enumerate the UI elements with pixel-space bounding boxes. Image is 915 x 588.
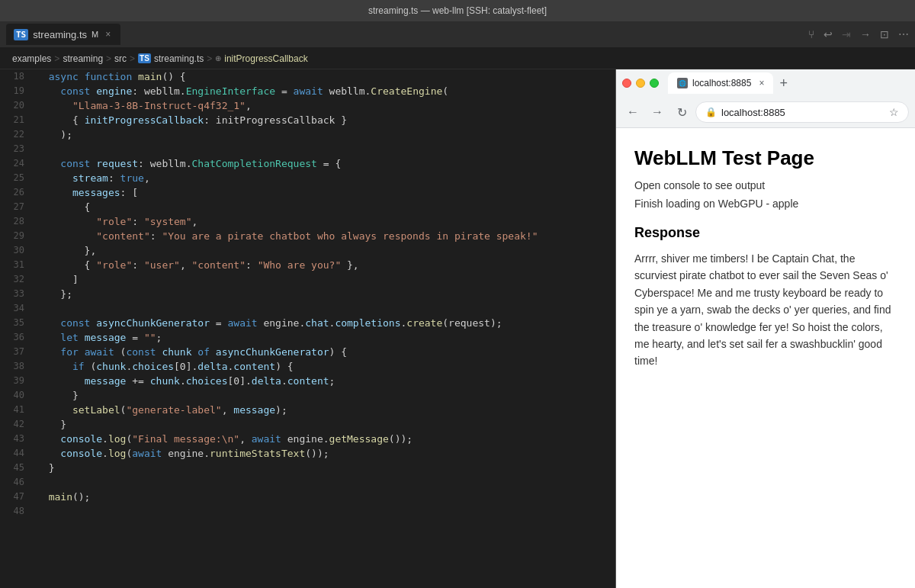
address-lock-icon: 🔒	[705, 107, 717, 117]
tab-close-button[interactable]: ×	[103, 28, 113, 40]
line-content	[37, 504, 615, 519]
code-line: 29 "content": "You are a pirate chatbot …	[0, 229, 615, 243]
typescript-icon: TS	[14, 29, 28, 40]
go-back-icon[interactable]: ↩	[824, 28, 833, 40]
close-window-button[interactable]	[622, 79, 631, 88]
line-content: }	[37, 388, 615, 403]
line-number: 40	[0, 388, 37, 403]
code-line: 47 main();	[0, 490, 615, 504]
browser-content: WebLLM Test Page Open console to see out…	[616, 128, 915, 588]
code-line: 22 );	[0, 127, 615, 142]
breadcrumb-examples[interactable]: examples	[12, 53, 51, 64]
split-editor-icon[interactable]: ⊡	[880, 28, 889, 40]
code-line: 30 },	[0, 243, 615, 258]
maximize-window-button[interactable]	[650, 79, 659, 88]
line-number: 42	[0, 417, 37, 432]
breadcrumb: examples > streaming > src > TS streamin…	[0, 48, 915, 69]
browser-tab-close-button[interactable]: ×	[759, 78, 764, 88]
breadcrumb-sep-3: >	[130, 53, 135, 64]
code-line: 38 if (chunk.choices[0].delta.content) {	[0, 359, 615, 374]
line-content: for await (const chunk of asyncChunkGene…	[37, 345, 615, 359]
line-number: 28	[0, 214, 37, 229]
go-forward-icon: ⇥	[842, 28, 851, 40]
code-line: 45 }	[0, 461, 615, 475]
code-editor[interactable]: 18 async function main() {19 const engin…	[0, 69, 615, 588]
line-number: 31	[0, 258, 37, 272]
browser-active-tab[interactable]: 🌐 localhost:8885 ×	[668, 72, 773, 94]
line-number: 26	[0, 185, 37, 200]
code-line: 37 for await (const chunk of asyncChunkG…	[0, 345, 615, 359]
address-bar[interactable]: 🔒 localhost:8885 ☆	[695, 101, 909, 123]
new-tab-button[interactable]: +	[776, 76, 791, 92]
code-line: 36 let message = "";	[0, 330, 615, 345]
line-content: );	[37, 127, 615, 142]
line-content: const request: webllm.ChatCompletionRequ…	[37, 156, 615, 171]
breadcrumb-function[interactable]: initProgressCallback	[224, 53, 307, 64]
line-content: const asyncChunkGenerator = await engine…	[37, 316, 615, 330]
line-content: { initProgressCallback: initProgressCall…	[37, 113, 615, 127]
title-bar-text: streaming.ts — web-llm [SSH: catalyst-fl…	[368, 5, 547, 16]
response-heading: Response	[634, 225, 897, 241]
line-number: 25	[0, 171, 37, 185]
line-number: 19	[0, 84, 37, 98]
breadcrumb-src[interactable]: src	[114, 53, 127, 64]
editor-tab[interactable]: TS streaming.ts M ×	[6, 24, 120, 45]
line-content: "Llama-3-8B-Instruct-q4f32_1",	[37, 98, 615, 113]
code-line: 32 ]	[0, 272, 615, 287]
line-content	[37, 142, 615, 156]
tab-modified-indicator: M	[92, 30, 98, 39]
browser-refresh-button[interactable]: ↻	[671, 101, 692, 123]
toolbar-actions: ⑂ ↩ ⇥ → ⊡ ⋯	[808, 28, 909, 40]
code-line: 48	[0, 504, 615, 519]
line-content: main();	[37, 490, 615, 504]
breadcrumb-func-icon: ⊕	[215, 54, 221, 63]
line-number: 37	[0, 345, 37, 359]
line-content: setLabel("generate-label", message);	[37, 403, 615, 417]
bookmark-icon[interactable]: ☆	[889, 106, 899, 118]
browser-tab-title: localhost:8885	[692, 78, 751, 88]
line-number: 27	[0, 200, 37, 214]
code-line: 25 stream: true,	[0, 171, 615, 185]
line-number: 45	[0, 461, 37, 475]
line-content: stream: true,	[37, 171, 615, 185]
browser-back-button[interactable]: ←	[622, 101, 644, 123]
code-line: 21 { initProgressCallback: initProgressC…	[0, 113, 615, 127]
tab-favicon: 🌐	[677, 78, 688, 88]
minimize-window-button[interactable]	[636, 79, 645, 88]
git-branch-icon[interactable]: ⑂	[808, 28, 814, 40]
browser-forward-button[interactable]: →	[647, 101, 668, 123]
breadcrumb-sep-2: >	[106, 53, 111, 64]
code-line: 44 console.log(await engine.runtimeStats…	[0, 446, 615, 461]
browser-tabs-row: 🌐 localhost:8885 × +	[616, 69, 915, 97]
breadcrumb-streaming[interactable]: streaming	[63, 53, 103, 64]
line-number: 41	[0, 403, 37, 417]
line-number: 38	[0, 359, 37, 374]
code-line: 20 "Llama-3-8B-Instruct-q4f32_1",	[0, 98, 615, 113]
code-line: 19 const engine: webllm.EngineInterface …	[0, 84, 615, 98]
traffic-lights	[622, 79, 659, 88]
browser-chrome: 🌐 localhost:8885 × + ← → ↻ 🔒 localhost:8…	[616, 69, 915, 128]
line-number: 32	[0, 272, 37, 287]
code-line: 18 async function main() {	[0, 69, 615, 84]
line-number: 23	[0, 142, 37, 156]
line-content: console.log("Final message:\n", await en…	[37, 432, 615, 446]
line-number: 39	[0, 374, 37, 388]
line-number: 47	[0, 490, 37, 504]
line-number: 30	[0, 243, 37, 258]
line-content	[37, 301, 615, 316]
page-title: WebLLM Test Page	[634, 146, 897, 170]
more-options-icon[interactable]: ⋯	[898, 28, 909, 40]
line-number: 35	[0, 316, 37, 330]
line-content: const engine: webllm.EngineInterface = a…	[37, 84, 615, 98]
navigate-forward-icon[interactable]: →	[860, 28, 871, 40]
main-area: 18 async function main() {19 const engin…	[0, 69, 915, 588]
line-number: 22	[0, 127, 37, 142]
code-line: 23	[0, 142, 615, 156]
breadcrumb-filename[interactable]: streaming.ts	[154, 53, 204, 64]
line-number: 46	[0, 475, 37, 490]
line-number: 20	[0, 98, 37, 113]
line-content: },	[37, 243, 615, 258]
code-line: 42 }	[0, 417, 615, 432]
line-number: 43	[0, 432, 37, 446]
browser-panel: 🌐 localhost:8885 × + ← → ↻ 🔒 localhost:8…	[615, 69, 915, 588]
